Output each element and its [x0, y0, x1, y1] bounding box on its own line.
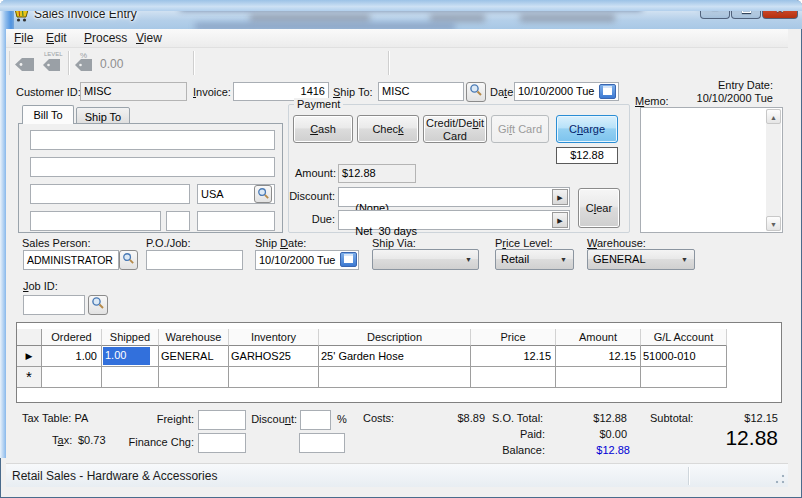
amount-field: $12.88 — [338, 164, 416, 183]
cell-warehouse[interactable]: GENERAL — [159, 346, 229, 367]
ship-to-field[interactable]: MISC — [378, 82, 464, 101]
ship-date-label: Ship Date: — [255, 237, 306, 249]
ship-date-calendar-button[interactable] — [340, 252, 357, 267]
check-button[interactable]: Check — [357, 115, 419, 143]
sales-person-lookup-button[interactable] — [119, 250, 138, 270]
balance-value: $12.88 — [596, 444, 630, 456]
col-header-shipped: Shipped — [102, 329, 159, 346]
paid-label: Paid: — [520, 428, 545, 440]
customer-id-field[interactable]: MISC — [80, 82, 187, 101]
discount-field-2[interactable] — [299, 433, 345, 453]
cell-empty[interactable] — [102, 367, 159, 388]
background-window-blur — [250, 14, 370, 22]
cell-shipped-selected[interactable]: 1.00 — [102, 346, 159, 367]
grand-total: 12.88 — [725, 426, 778, 450]
toolbar-separator — [388, 51, 389, 75]
warehouse-label: Warehouse: — [587, 237, 646, 249]
menu-view[interactable]: View — [132, 31, 166, 45]
clear-button[interactable]: Clear — [578, 188, 620, 228]
ship-to-lookup-button[interactable] — [466, 82, 486, 102]
scroll-down-button[interactable]: ▼ — [766, 216, 781, 231]
grid-corner-cell — [17, 329, 42, 346]
discount-combo[interactable]: (None) ▶ — [338, 187, 570, 207]
country-lookup-button[interactable] — [254, 185, 272, 203]
window-border-bottom — [0, 0, 802, 11]
address-line1-field[interactable] — [30, 130, 275, 150]
menu-process[interactable]: Process — [80, 31, 131, 45]
line-items-grid: Ordered Shipped Warehouse Inventory Desc… — [16, 322, 782, 403]
row-selector-current[interactable]: ▶ — [17, 346, 42, 367]
tab-bill-to[interactable]: Bill To — [22, 105, 74, 124]
col-header-inventory: Inventory — [229, 329, 319, 346]
cell-inventory[interactable]: GARHOS25 — [229, 346, 319, 367]
date-calendar-button[interactable] — [599, 84, 616, 99]
cell-description[interactable]: 25' Garden Hose — [319, 346, 471, 367]
toolbar-price-field[interactable]: 0.00 — [100, 57, 123, 71]
address-line2-field[interactable] — [30, 157, 275, 177]
customer-id-label: Customer ID: — [16, 86, 81, 98]
cell-empty[interactable] — [319, 367, 471, 388]
memo-scrollbar[interactable]: ▲ ▼ — [766, 109, 781, 231]
cell-price[interactable]: 12.15 — [471, 346, 556, 367]
price-level-icon[interactable] — [42, 58, 62, 76]
address-zip-field[interactable] — [197, 211, 275, 231]
charge-button[interactable]: Charge — [556, 115, 618, 143]
resize-grip[interactable] — [775, 474, 785, 484]
discount-tag-icon[interactable] — [74, 58, 94, 76]
warehouse-dropdown[interactable]: GENERAL ▼ — [587, 249, 695, 270]
price-level-dropdown[interactable]: Retail ▼ — [495, 249, 574, 270]
gift-card-button[interactable]: Gift Card — [491, 115, 549, 143]
cell-empty[interactable] — [42, 367, 102, 388]
address-city-field[interactable] — [30, 184, 190, 204]
chevron-down-icon: ▼ — [560, 256, 567, 263]
tab-ship-to[interactable]: Ship To — [76, 107, 130, 124]
col-header-price: Price — [471, 329, 556, 346]
job-id-lookup-button[interactable] — [88, 295, 108, 315]
cell-empty[interactable] — [159, 367, 229, 388]
address-state-field[interactable] — [166, 211, 190, 231]
balance-label: Balance: — [502, 444, 545, 456]
cell-gl-account[interactable]: 51000-010 — [641, 346, 727, 367]
background-window-blur — [520, 14, 615, 22]
costs-label: Costs: — [363, 412, 394, 424]
po-job-label: P.O./Job: — [146, 237, 190, 249]
cell-empty[interactable] — [556, 367, 641, 388]
scroll-up-button[interactable]: ▲ — [766, 109, 781, 124]
cell-empty[interactable] — [641, 367, 727, 388]
job-id-label: Job ID: — [23, 280, 58, 292]
chevron-down-icon: ▼ — [681, 256, 688, 263]
entry-date-value: 10/10/2000 Tue — [697, 92, 773, 104]
freight-field[interactable] — [198, 410, 246, 430]
ship-via-dropdown[interactable]: ▼ — [372, 249, 479, 270]
menu-file[interactable]: File — [10, 31, 37, 45]
row-selector-new[interactable]: * — [17, 367, 42, 388]
freight-label: Freight: — [126, 413, 194, 425]
finance-chg-field[interactable] — [198, 433, 246, 453]
price-level-badge: LEVEL — [44, 51, 63, 57]
due-expand-button[interactable]: ▶ — [552, 212, 568, 228]
discount-bottom-label: Discount: — [247, 413, 297, 425]
price-tag-icon[interactable] — [14, 57, 36, 76]
discount-field[interactable] — [300, 410, 331, 430]
discount-expand-button[interactable]: ▶ — [552, 189, 568, 205]
memo-input[interactable]: ▲ ▼ — [640, 107, 783, 233]
cell-empty[interactable] — [229, 367, 319, 388]
cell-empty[interactable] — [471, 367, 556, 388]
magnifier-icon — [91, 296, 105, 310]
po-job-field[interactable] — [146, 250, 243, 270]
address-extra-field[interactable] — [30, 211, 161, 231]
cell-amount[interactable]: 12.15 — [556, 346, 641, 367]
chevron-down-icon: ▼ — [465, 256, 472, 263]
cell-ordered[interactable]: 1.00 — [42, 346, 102, 367]
credit-debit-card-button[interactable]: Credit/Debit Card — [423, 115, 487, 143]
job-id-field[interactable] — [23, 295, 85, 315]
col-header-filler — [727, 329, 781, 346]
due-value: Net 30 days — [355, 225, 417, 237]
due-combo[interactable]: Net 30 days ▶ — [338, 210, 570, 230]
ship-via-label: Ship Via: — [372, 237, 416, 249]
cash-button[interactable]: Cash — [293, 115, 353, 143]
magnifier-icon — [122, 252, 135, 265]
menu-edit[interactable]: Edit — [42, 31, 71, 45]
col-header-warehouse: Warehouse — [159, 329, 229, 346]
sales-person-field[interactable]: ADMINISTRATOR — [23, 250, 119, 270]
